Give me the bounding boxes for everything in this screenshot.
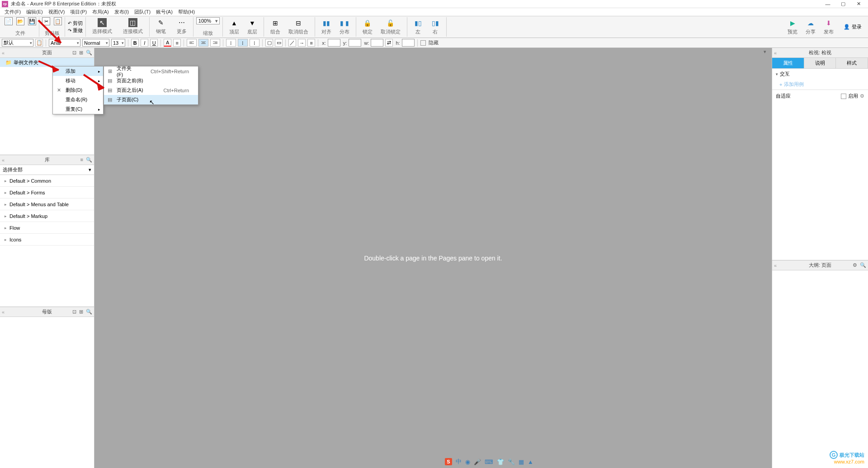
ctx-rename[interactable]: 重命名(R): [53, 95, 103, 104]
h-input[interactable]: [402, 39, 415, 47]
hidden-checkbox[interactable]: [420, 40, 426, 46]
line-color-icon[interactable]: ▭: [275, 39, 283, 47]
login-button[interactable]: 👤登录: [840, 23, 866, 31]
collapse-lib-icon[interactable]: «: [2, 157, 5, 163]
more-button[interactable]: ⋯ 更多: [173, 17, 190, 36]
italic-icon[interactable]: I: [141, 39, 148, 47]
ime-punct-icon[interactable]: ◉: [465, 459, 470, 465]
ime-skin-icon[interactable]: 👕: [497, 459, 504, 465]
valign-middle-icon[interactable]: ⫶: [238, 39, 248, 47]
ctx-page-before[interactable]: ▤页面之前(B): [104, 76, 198, 85]
minimize-button[interactable]: —: [825, 1, 831, 7]
ime-pin-icon[interactable]: ▲: [528, 459, 533, 465]
ime-tool-icon[interactable]: 🔧: [508, 459, 515, 465]
collapse-masters-icon[interactable]: «: [2, 309, 5, 315]
lib-item-icons[interactable]: ▸Icons: [0, 234, 94, 246]
add-folder-icon[interactable]: ⊡: [72, 50, 76, 56]
add-master-folder-icon[interactable]: ⊡: [72, 309, 76, 315]
search-pages-icon[interactable]: 🔍: [86, 50, 92, 56]
interaction-header[interactable]: ▾交互: [772, 69, 868, 79]
w-input[interactable]: [371, 39, 383, 47]
close-button[interactable]: ✕: [855, 1, 862, 7]
group-button[interactable]: ⊞组合: [267, 18, 284, 36]
connect-mode-button[interactable]: ◫ 连接模式: [119, 17, 146, 36]
valign-bottom-icon[interactable]: ⫶: [250, 39, 259, 47]
add-page-icon[interactable]: ⊞: [79, 50, 83, 56]
size-select[interactable]: 13: [111, 39, 125, 47]
ctx-folder[interactable]: ⊞文件夹(F)Ctrl+Shift+Return: [104, 66, 198, 76]
select-mode-button[interactable]: ↖ 选择模式: [89, 17, 116, 36]
bold-icon[interactable]: B: [131, 39, 139, 47]
open-file-icon[interactable]: 📂: [16, 17, 24, 25]
menu-layout[interactable]: 布局(A): [90, 8, 112, 16]
to-top-button[interactable]: ▲顶层: [226, 18, 243, 36]
valign-top-icon[interactable]: ⫶: [226, 39, 236, 47]
ime-logo-icon[interactable]: S: [445, 458, 452, 465]
underline-icon[interactable]: U: [150, 39, 158, 47]
ctx-duplicate[interactable]: 重复(C): [53, 104, 103, 114]
menu-account[interactable]: 账号(A): [153, 8, 175, 16]
lib-search-icon[interactable]: 🔍: [86, 157, 92, 163]
maximize-button[interactable]: ▢: [840, 1, 846, 7]
arrow-style-icon[interactable]: →: [298, 39, 306, 47]
lib-item-flow[interactable]: ▸Flow: [0, 222, 94, 234]
undo-label[interactable]: ↶ 剪切: [68, 20, 83, 27]
align-center-icon[interactable]: [198, 39, 208, 47]
left-button[interactable]: ▮▯左: [410, 18, 426, 36]
menu-file[interactable]: 文件(F): [2, 8, 24, 16]
menu-view[interactable]: 视图(V): [46, 8, 68, 16]
enable-adaptive-checkbox[interactable]: [841, 94, 846, 99]
ime-grid-icon[interactable]: ▦: [519, 459, 524, 465]
lib-menu-icon[interactable]: ≡: [80, 157, 83, 163]
publish-button[interactable]: ⬇发布: [820, 18, 837, 36]
ctx-page-after[interactable]: ▤页面之后(A)Ctrl+Return: [104, 85, 198, 95]
collapse-icon[interactable]: «: [2, 50, 5, 56]
ime-keyboard-icon[interactable]: ⌨: [485, 459, 493, 465]
lock-button[interactable]: 🔒锁定: [359, 18, 376, 36]
font-color-icon[interactable]: A: [164, 39, 171, 47]
menu-publish[interactable]: 发布(I): [112, 8, 132, 16]
lib-item-menus[interactable]: ▸Default > Menus and Table: [0, 199, 94, 210]
align-right-icon[interactable]: [210, 39, 220, 47]
zoom-select[interactable]: 100%: [196, 17, 220, 24]
line-width-icon[interactable]: ≡: [307, 39, 315, 47]
tab-notes[interactable]: 说明: [804, 58, 836, 68]
weight-select[interactable]: Normal: [82, 39, 109, 47]
add-master-icon[interactable]: ⊞: [79, 309, 83, 315]
pen-button[interactable]: ✎ 钢笔: [152, 17, 170, 36]
menu-project[interactable]: 项目(P): [67, 8, 90, 16]
share-button[interactable]: ☁分享: [802, 18, 819, 36]
collapse-outline-icon[interactable]: «: [774, 263, 777, 268]
distribute-button[interactable]: ▮ ▮分布: [336, 18, 353, 36]
menu-team[interactable]: 团队(T): [132, 8, 153, 16]
align-button[interactable]: ▮▮对齐: [318, 18, 335, 36]
ime-lang-icon[interactable]: 中: [456, 458, 462, 466]
preview-button[interactable]: ▶预览: [784, 18, 801, 36]
redo-label[interactable]: ↷ 重做: [68, 27, 83, 34]
x-input[interactable]: [328, 39, 340, 47]
y-input[interactable]: [349, 39, 361, 47]
line-style-icon[interactable]: ／: [288, 39, 296, 47]
to-bottom-button[interactable]: ▼底层: [244, 18, 261, 36]
unlock-button[interactable]: 🔓取消锁定: [377, 18, 404, 36]
library-select[interactable]: 选择全部: [0, 165, 94, 175]
add-case-button[interactable]: + 添加用例: [772, 79, 868, 90]
search-masters-icon[interactable]: 🔍: [86, 309, 92, 315]
fill-color-icon[interactable]: ▢: [265, 39, 273, 47]
new-file-icon[interactable]: 📄: [5, 17, 13, 25]
right-button[interactable]: ▯▮右: [427, 18, 443, 36]
ime-mic-icon[interactable]: 🎤: [474, 459, 481, 465]
save-file-icon[interactable]: 💾: [28, 17, 36, 25]
outline-search-icon[interactable]: 🔍: [860, 262, 866, 268]
tab-style[interactable]: 样式: [836, 58, 868, 68]
ungroup-button[interactable]: ⊟取消组合: [285, 18, 312, 36]
canvas-dropdown-icon[interactable]: ▾: [764, 49, 769, 53]
align-left-icon[interactable]: [187, 39, 197, 47]
menu-help[interactable]: 帮助(H): [175, 8, 198, 16]
lib-item-markup[interactable]: ▸Default > Markup: [0, 210, 94, 222]
tab-properties[interactable]: 属性: [772, 58, 804, 68]
collapse-inspector-icon[interactable]: «: [774, 50, 777, 56]
menu-edit[interactable]: 编辑(E): [24, 8, 46, 16]
masters-content[interactable]: [0, 317, 94, 468]
canvas-area[interactable]: ▾ Double-click a page in the Pages pane …: [94, 48, 772, 468]
